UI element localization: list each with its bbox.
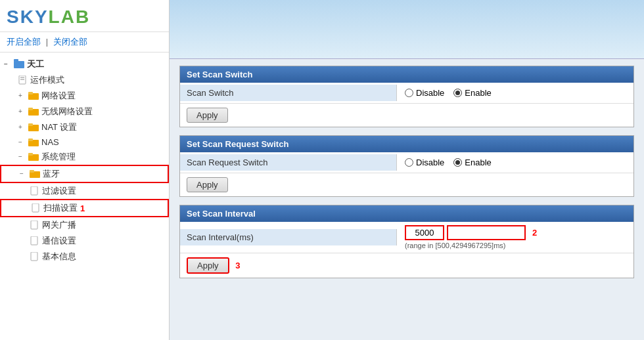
sidebar-item-wuxian[interactable]: + 无线网络设置 bbox=[0, 104, 169, 119]
sidebar-item-wangluo[interactable]: + 网络设置 bbox=[0, 88, 169, 104]
sidebar-item-lanya[interactable]: − 蓝牙 bbox=[0, 165, 169, 183]
logo: SKYLAB bbox=[7, 7, 162, 28]
scan-interval-panel: Set Scan Interval Scan Interval(ms) 2 (r… bbox=[179, 205, 634, 278]
xitong-label: 系统管理 bbox=[41, 151, 76, 163]
guolv-label: 过滤设置 bbox=[42, 185, 76, 197]
scan-switch-body: Scan Switch Disable Enable bbox=[180, 83, 633, 127]
svg-rect-8 bbox=[28, 108, 33, 110]
svg-rect-19 bbox=[31, 221, 37, 229]
enable-radio-circle[interactable] bbox=[453, 89, 462, 97]
nat-label: NAT 设置 bbox=[41, 121, 77, 133]
wuxian-expand: + bbox=[18, 108, 26, 116]
svg-rect-10 bbox=[28, 123, 33, 126]
folder-icon3 bbox=[28, 123, 39, 132]
nav-root-icon bbox=[14, 59, 24, 70]
scan-switch-header: Set Scan Switch bbox=[180, 66, 633, 83]
enable-all-link[interactable]: 开启全部 bbox=[7, 37, 41, 47]
scan-interval-apply-button[interactable]: Apply bbox=[187, 257, 229, 274]
page-icon bbox=[18, 75, 28, 85]
scan-interval-body: Scan Interval(ms) 2 (range in [500,42949… bbox=[180, 222, 633, 278]
svg-rect-17 bbox=[31, 186, 37, 195]
jiben-label: 基本信息 bbox=[42, 251, 76, 263]
svg-rect-16 bbox=[30, 170, 34, 173]
scan-switch-action: Apply bbox=[180, 104, 633, 127]
req-disable-label: Disable bbox=[416, 158, 444, 167]
sidebar-item-nat[interactable]: + NAT 设置 bbox=[0, 119, 169, 135]
req-enable-circle[interactable] bbox=[453, 158, 462, 167]
scan-switch-apply-button[interactable]: Apply bbox=[187, 108, 228, 123]
logo-sky: SKY bbox=[7, 7, 49, 27]
svg-rect-12 bbox=[28, 138, 33, 141]
sidebar-item-wangguan[interactable]: 网关广播 bbox=[0, 217, 169, 233]
svg-rect-21 bbox=[31, 252, 37, 261]
sidebar-item-xitong[interactable]: − 系统管理 bbox=[0, 149, 169, 165]
top-banner bbox=[170, 0, 644, 59]
enable-label: Enable bbox=[465, 88, 491, 98]
interval-col: 2 (range in [500,4294967295]ms) bbox=[405, 225, 537, 249]
svg-rect-6 bbox=[28, 92, 33, 95]
scan-request-apply-button[interactable]: Apply bbox=[187, 177, 228, 192]
sidebar-item-saomiao[interactable]: 扫描设置 1 bbox=[0, 199, 169, 217]
folder-icon bbox=[28, 91, 39, 100]
sidebar-item-tongxin[interactable]: 通信设置 bbox=[0, 233, 169, 249]
sidebar-item-nas[interactable]: − NAS bbox=[0, 135, 169, 149]
nas-expand: − bbox=[18, 138, 26, 146]
scan-switch-value: Disable Enable bbox=[397, 85, 633, 101]
xitong-expand: − bbox=[18, 153, 26, 161]
scan-request-action: Apply bbox=[180, 173, 633, 196]
svg-rect-0 bbox=[14, 61, 24, 68]
scan-request-radio-group: Disable Enable bbox=[405, 158, 492, 167]
disable-radio-circle[interactable] bbox=[405, 89, 413, 97]
svg-rect-14 bbox=[28, 153, 33, 156]
wangluo-expand: + bbox=[18, 92, 26, 100]
scan-switch-enable-radio[interactable]: Enable bbox=[453, 88, 491, 98]
page-icon6 bbox=[30, 252, 39, 261]
top-links: 开启全部 | 关闭全部 bbox=[0, 32, 169, 53]
root-expand-icon: − bbox=[4, 60, 12, 68]
yunzuo-label: 运作模式 bbox=[30, 74, 64, 86]
interval-row: 2 bbox=[405, 225, 537, 240]
wuxian-label: 无线网络设置 bbox=[41, 106, 93, 117]
saomiao-label: 扫描设置 bbox=[43, 202, 78, 214]
wangguan-label: 网关广播 bbox=[42, 219, 76, 231]
scan-switch-row: Scan Switch Disable Enable bbox=[180, 83, 633, 104]
wangluo-label: 网络设置 bbox=[41, 90, 76, 102]
logo-lab: LAB bbox=[49, 7, 91, 27]
folder-icon2 bbox=[28, 107, 39, 116]
svg-rect-18 bbox=[32, 203, 39, 212]
svg-rect-1 bbox=[14, 59, 18, 62]
range-hint: (range in [500,4294967295]ms) bbox=[405, 242, 537, 249]
svg-rect-20 bbox=[31, 236, 37, 245]
anno-2: 2 bbox=[532, 228, 537, 238]
sidebar: SKYLAB 开启全部 | 关闭全部 − 天工 运作模式 + 网络设置 bbox=[0, 0, 170, 340]
folder-icon6 bbox=[30, 169, 40, 179]
nat-expand: + bbox=[18, 123, 26, 131]
disable-all-link[interactable]: 关闭全部 bbox=[53, 37, 87, 47]
req-enable-label: Enable bbox=[465, 158, 491, 167]
logo-area: SKYLAB bbox=[0, 0, 169, 32]
folder-icon4 bbox=[28, 138, 39, 147]
scan-interval-label: Scan Interval(ms) bbox=[180, 229, 397, 245]
scan-request-disable-radio[interactable]: Disable bbox=[405, 158, 444, 167]
sidebar-item-yunzuo[interactable]: 运作模式 bbox=[0, 72, 169, 88]
req-disable-circle[interactable] bbox=[405, 158, 413, 167]
scan-switch-panel: Set Scan Switch Scan Switch Disable Ena bbox=[179, 66, 634, 127]
scan-interval-extra[interactable] bbox=[447, 225, 526, 240]
scan-request-enable-radio[interactable]: Enable bbox=[453, 158, 491, 167]
nav-root-label: 天工 bbox=[27, 58, 44, 70]
nav-tree: − 天工 运作模式 + 网络设置 + 无线网络设置 bbox=[0, 53, 169, 268]
folder-icon5 bbox=[28, 152, 39, 161]
anno-1: 1 bbox=[80, 203, 85, 213]
separator: | bbox=[46, 37, 48, 47]
scan-interval-input[interactable] bbox=[405, 225, 444, 240]
scan-interval-action: Apply 3 bbox=[180, 253, 633, 278]
scan-switch-radio-group: Disable Enable bbox=[405, 88, 492, 98]
sidebar-item-guolv[interactable]: 过滤设置 bbox=[0, 183, 169, 199]
scan-switch-disable-radio[interactable]: Disable bbox=[405, 88, 444, 98]
scan-request-label: Scan Request Switch bbox=[180, 154, 397, 171]
sidebar-item-jiben[interactable]: 基本信息 bbox=[0, 249, 169, 265]
lanya-label: 蓝牙 bbox=[43, 168, 60, 180]
nav-root[interactable]: − 天工 bbox=[0, 56, 169, 72]
scan-interval-value: 2 (range in [500,4294967295]ms) bbox=[397, 222, 633, 253]
scan-request-panel: Set Scan Request Switch Scan Request Swi… bbox=[179, 135, 634, 197]
